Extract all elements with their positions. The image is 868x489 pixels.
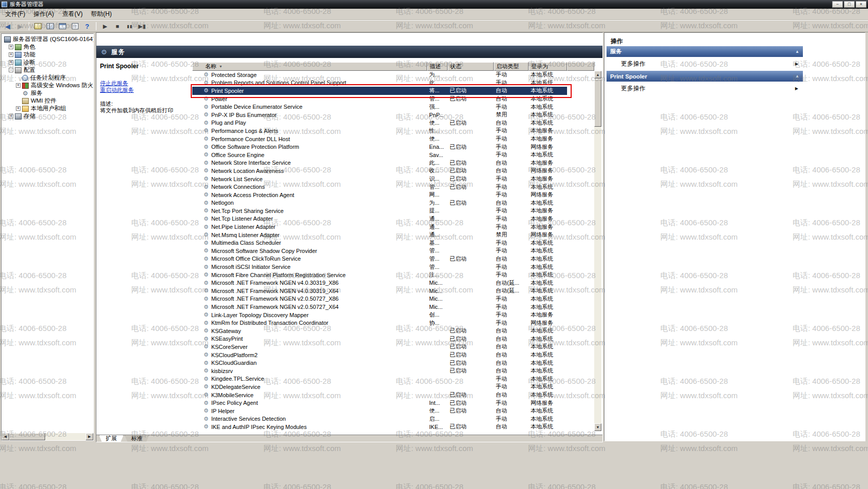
pause-service-icon[interactable]: ▮▮	[125, 22, 135, 31]
service-row[interactable]: ⚙Microsoft Office ClickToRun Service管...…	[192, 255, 567, 263]
service-row[interactable]: ⚙KSCloudPlatform2已启动自动本地系统	[192, 351, 567, 359]
expand-box-icon[interactable]: +	[9, 114, 13, 119]
maximize-button[interactable]: □	[844, 1, 855, 8]
service-row[interactable]: ⚙Network List Service识...已启动手动本地服务	[192, 175, 567, 183]
expand-box-icon[interactable]: +	[16, 83, 21, 88]
minimize-button[interactable]: −	[832, 1, 843, 8]
menu-file[interactable]: 文件(F)	[1, 9, 29, 19]
scroll-up-icon[interactable]: ▲	[594, 71, 601, 79]
service-row[interactable]: ⚙Net.Pipe Listener Adapter通...手动本地服务	[192, 223, 567, 231]
tree-item-roles[interactable]: +角色	[2, 43, 93, 51]
column-header-startup-type[interactable]: 启动类型	[494, 62, 529, 71]
scrollbar-thumb[interactable]	[9, 433, 45, 440]
forward-icon[interactable]: ▶	[15, 22, 25, 31]
service-row[interactable]: ⚙Microsoft .NET Framework NGEN v4.0.3031…	[192, 287, 567, 295]
back-icon[interactable]: ◀	[3, 22, 13, 31]
service-row[interactable]: ⚙Network Access Protection Agent网...手动网络…	[192, 191, 567, 199]
show-window-icon[interactable]	[33, 22, 43, 31]
stop-service-icon[interactable]: ■	[112, 22, 123, 31]
service-row[interactable]: ⚙Net.Tcp Port Sharing Service提...手动本地服务	[192, 207, 567, 215]
export-list-icon[interactable]	[70, 22, 80, 31]
service-row[interactable]: ⚙KSCoreServer已启动自动本地系统	[192, 343, 567, 351]
service-row[interactable]: ⚙Microsoft Software Shadow Copy Provider…	[192, 247, 567, 255]
scroll-right-icon[interactable]: ▶	[86, 433, 93, 440]
service-row[interactable]: ⚙Network Location Awareness收...已启动自动网络服务	[192, 167, 567, 175]
column-header-description[interactable]: 描述	[427, 62, 448, 71]
collapse-icon[interactable]: ▲	[795, 74, 799, 79]
column-header-status[interactable]: 状态	[448, 62, 494, 71]
more-actions-services[interactable]: 更多操作 ▶	[607, 58, 803, 69]
service-row[interactable]: ⚙IPsec Policy AgentInt...已启动手动网络服务	[192, 399, 567, 407]
collapse-icon[interactable]: ▲	[795, 49, 799, 54]
service-row[interactable]: ⚙Kingdee.TPL.Service手动本地系统	[192, 375, 567, 383]
tree-item-diagnostics[interactable]: +诊断	[2, 58, 93, 66]
service-row[interactable]: ⚙IP Helper使...已启动自动本地系统	[192, 407, 567, 415]
tree-horizontal-scrollbar[interactable]: ◀ ▶	[2, 433, 93, 440]
scroll-down-icon[interactable]: ▼	[594, 423, 601, 431]
console-tree-icon[interactable]	[45, 22, 55, 31]
collapse-box-icon[interactable]: -	[9, 68, 13, 72]
expand-box-icon[interactable]: +	[9, 60, 13, 65]
service-row[interactable]: ⚙IKE and AuthIP IPsec Keying ModulesIKE.…	[192, 423, 567, 431]
tree-item-task-scheduler[interactable]: 任务计划程序	[2, 74, 93, 82]
service-row[interactable]: ⚙Print Spooler将...已启动自动本地系统	[192, 87, 567, 95]
service-row[interactable]: ⚙Net.Msmq Listener Adapter通...禁用网络服务	[192, 231, 567, 239]
tree-item-local-users[interactable]: +本地用户和组	[2, 105, 93, 112]
service-row[interactable]: ⚙Link-Layer Topology Discovery Mapper创..…	[192, 311, 567, 319]
column-header-logon-as[interactable]: 登录为	[529, 62, 567, 71]
service-row[interactable]: ⚙Performance Counter DLL Host使...手动本地服务	[192, 135, 567, 143]
column-header-name[interactable]: 名称 ▼	[192, 62, 427, 71]
start-service-icon[interactable]: ▶	[100, 22, 110, 31]
table-vertical-scrollbar[interactable]: ▲ ▼	[594, 71, 601, 431]
service-row[interactable]: ⚙KDDelegateService手动本地系统	[192, 383, 567, 391]
service-row[interactable]: ⚙Portable Device Enumerator Service强...手…	[192, 103, 567, 111]
scroll-left-icon[interactable]: ◀	[2, 433, 9, 440]
service-row[interactable]: ⚙Problem Reports and Solutions Control P…	[192, 79, 567, 87]
menu-action[interactable]: 操作(A)	[29, 9, 58, 19]
scrollbar-thumb[interactable]	[594, 79, 601, 127]
service-row[interactable]: ⚙Netlogon为...已启动自动本地系统	[192, 199, 567, 207]
tree-item-wmi[interactable]: WMI 控件	[2, 97, 93, 105]
service-row[interactable]: ⚙Office Software Protection PlatformEna.…	[192, 143, 567, 151]
service-row[interactable]: ⚙Protected Storage为...手动本地系统	[192, 71, 567, 79]
action-section-services[interactable]: 服务 ▲	[607, 46, 803, 57]
close-button[interactable]: ×	[856, 1, 866, 8]
service-row[interactable]: ⚙KtmRm for Distributed Transaction Coord…	[192, 319, 567, 327]
expand-box-icon[interactable]: +	[9, 52, 13, 57]
service-row[interactable]: ⚙Interactive Services Detection启...手动本地系…	[192, 415, 567, 423]
service-row[interactable]: ⚙Office Source EngineSav...手动本地系统	[192, 151, 567, 159]
service-row[interactable]: ⚙K3MobileService已启动自动本地系统	[192, 391, 567, 399]
expand-box-icon[interactable]: +	[9, 45, 13, 49]
tab-extended[interactable]: 扩展	[99, 435, 124, 442]
service-row[interactable]: ⚙Plug and Play使...已启动自动本地系统	[192, 119, 567, 127]
service-row[interactable]: ⚙Multimedia Class Scheduler基...手动本地系统	[192, 239, 567, 247]
tree-item-firewall[interactable]: +高级安全 Windows 防火墙	[2, 82, 93, 89]
menu-view[interactable]: 查看(V)	[58, 9, 87, 19]
service-row[interactable]: ⚙Net.Tcp Listener Adapter通...手动本地服务	[192, 215, 567, 223]
restart-service-link[interactable]: 重启动此服务	[100, 86, 134, 94]
service-row[interactable]: ⚙Microsoft .NET Framework NGEN v4.0.3031…	[192, 279, 567, 287]
tree-item-config[interactable]: -配置	[2, 66, 93, 74]
tree-item-features[interactable]: +功能	[2, 51, 93, 58]
restart-service-icon[interactable]: ▶▮	[137, 22, 147, 31]
service-row[interactable]: ⚙PnP-X IP Bus EnumeratorPnP...禁用本地系统	[192, 111, 567, 119]
help-icon[interactable]: ?	[82, 22, 92, 31]
service-row[interactable]: ⚙Microsoft .NET Framework NGEN v2.0.5072…	[192, 303, 567, 311]
tree-item-services[interactable]: ⚙服务	[2, 89, 93, 97]
service-row[interactable]: ⚙Microsoft .NET Framework NGEN v2.0.5072…	[192, 295, 567, 303]
tree-root-server-manager[interactable]: 服务器管理器 (QSC1606-0164)	[2, 35, 93, 43]
service-row[interactable]: ⚙Power管...已启动自动本地系统	[192, 95, 567, 103]
service-row[interactable]: ⚙KSEasyPrint已启动自动本地系统	[192, 335, 567, 343]
action-section-print-spooler[interactable]: Print Spooler ▲	[607, 71, 803, 82]
service-row[interactable]: ⚙Network Connections管...已启动手动本地系统	[192, 183, 567, 191]
service-row[interactable]: ⚙Network Store Interface Service此...已启动自…	[192, 159, 567, 167]
service-row[interactable]: ⚙kisbizsrv已启动自动本地系统	[192, 367, 567, 375]
service-row[interactable]: ⚙KSCloudGuardian已启动自动本地系统	[192, 359, 567, 367]
tab-standard[interactable]: 标准	[125, 435, 149, 442]
service-row[interactable]: ⚙Performance Logs & Alerts性...手动本地服务	[192, 127, 567, 135]
service-row[interactable]: ⚙KSGateway已启动自动本地系统	[192, 327, 567, 335]
expand-box-icon[interactable]: +	[16, 106, 21, 111]
properties-icon[interactable]	[57, 22, 68, 31]
service-row[interactable]: ⚙Microsoft iSCSI Initiator Service管...手动…	[192, 263, 567, 271]
more-actions-print-spooler[interactable]: 更多操作 ▶	[607, 83, 803, 94]
